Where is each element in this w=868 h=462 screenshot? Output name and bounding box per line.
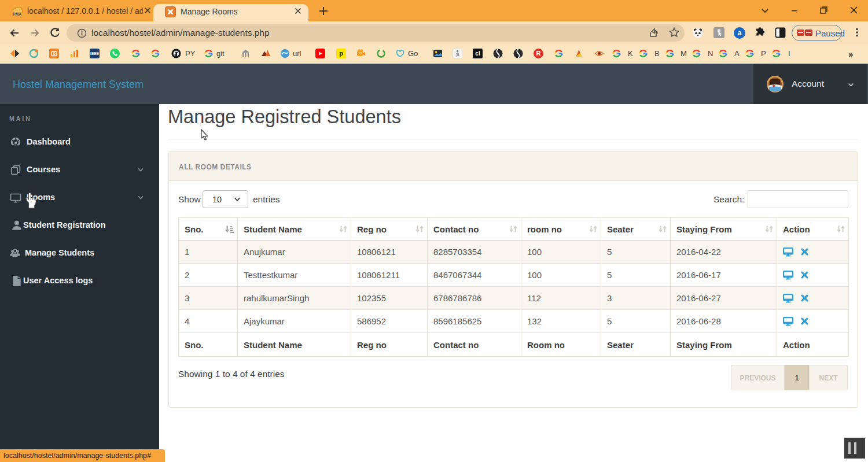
svg-text:PMA: PMA [13, 12, 22, 16]
